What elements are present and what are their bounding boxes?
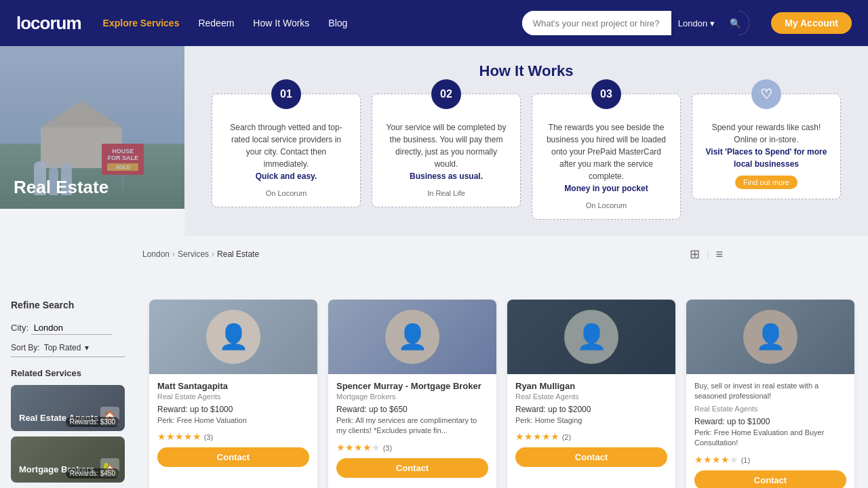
listing-stars-3: ★★★★★ (1) [694,454,846,465]
related-card-mortgage-brokers[interactable]: 🏡 Mortgage Brokers Rewards: $450 [11,436,125,483]
listing-photo-3: 👤 [686,300,854,374]
breadcrumb-bar: London › Services › Real Estate ⊞ | ≡ [0,236,868,286]
listing-perk-0: Perk: Free Home Valuation [157,415,309,426]
related-card-reward-1: Rewards: $300 [66,417,119,427]
listing-perk-1: Perk: All my services are complimentary … [336,415,488,436]
steps-container: 01 Search through vetted and top-rated l… [212,94,841,220]
main-content: Refine Search City: Sort By: Top Rated ▾… [0,286,868,488]
breadcrumb-london[interactable]: London [142,249,170,259]
contact-button-2[interactable]: Contact [515,447,667,467]
breadcrumb-real-estate: Real Estate [217,249,259,259]
listing-perk-3: Perk: Free Home Evaluation and Buyer Con… [694,428,846,449]
nav-how-it-works[interactable]: How It Works [253,18,309,28]
view-toggle: ⊞ | ≡ [687,244,726,264]
listing-photo-1: 👤 [328,300,496,374]
listing-body-3: Buy, sell or invest in real estate with … [686,374,854,488]
sort-label: Sort By: [11,343,40,352]
search-icon: 🔍 [730,18,741,28]
search-bar: London ▾ 🔍 [522,11,749,35]
view-divider: | [707,249,709,259]
city-filter: City: [11,321,125,335]
step-4-circle: ♡ [751,79,781,109]
contact-button-1[interactable]: Contact [336,458,488,478]
listing-category-0: Real Estate Agents [157,392,309,401]
main-nav: Explore Services Redeem How It Works Blo… [103,18,500,28]
nav-redeem[interactable]: Redeem [198,18,234,28]
step-2-highlight: Business as usual. [383,170,509,182]
listing-name-0: Matt Santagapita [157,381,309,391]
listing-name-1: Spencer Murray - Mortgage Broker [336,381,488,391]
logo[interactable]: locorum [16,13,81,34]
nav-blog[interactable]: Blog [328,18,347,28]
step-1-highlight: Quick and easy. [223,170,349,182]
nav-explore-services[interactable]: Explore Services [103,18,180,28]
city-label: City: [11,323,28,333]
step-4-body: Spend your rewards like cash! Online or … [703,121,829,170]
related-card-real-estate-agents[interactable]: 🏠 Real Estate Agents Rewards: $300 [11,385,125,431]
find-out-more-button[interactable]: Find out more [735,176,797,189]
step-2-body: Your service will be completed by the bu… [383,121,509,182]
listing-stars-0: ★★★★★ (3) [157,431,309,442]
listing-perk-2: Perk: Home Staging [515,415,667,426]
related-services-title: Related Services [11,368,125,378]
listing-card-2[interactable]: 👤 Ryan Mulligan Real Estate Agents Rewar… [507,300,675,488]
step-1-card: 01 Search through vetted and top-rated l… [212,94,361,207]
listing-body-1: Spencer Murray - Mortgage Broker Mortgag… [328,374,496,485]
listing-body-0: Matt Santagapita Real Estate Agents Rewa… [149,374,317,474]
sort-value: Top Rated [44,343,81,352]
star-icons-3: ★★★★ [694,454,730,465]
listing-card-1[interactable]: 👤 Spencer Murray - Mortgage Broker Mortg… [328,300,496,488]
breadcrumb: London › Services › Real Estate ⊞ | ≡ [142,244,726,264]
list-view-button[interactable]: ≡ [713,245,726,264]
avatar-3: 👤 [743,310,797,364]
step-2-label: In Real Life [383,189,509,197]
breadcrumb-sep-1: › [172,249,175,259]
step-3-circle: 03 [591,79,621,109]
listing-category-2: Real Estate Agents [515,392,667,401]
listing-reward-3: Reward: up to $1000 [694,417,846,426]
sort-chevron-icon[interactable]: ▾ [85,343,89,352]
search-button[interactable]: 🔍 [722,11,749,35]
listing-card-3[interactable]: 👤 Buy, sell or invest in real estate wit… [686,300,854,488]
avatar-0: 👤 [206,310,260,364]
step-4-card: ♡ Spend your rewards like cash! Online o… [692,94,841,199]
listing-card-0[interactable]: 👤 Matt Santagapita Real Estate Agents Re… [149,300,317,488]
location-select[interactable]: London ▾ [671,11,722,35]
listing-name-2: Ryan Mulligan [515,381,667,391]
star-icons-2: ★★★★★ [515,431,559,442]
listing-category-3: Real Estate Agents [694,405,846,413]
listing-reward-1: Reward: up to $650 [336,405,488,414]
breadcrumb-sep-2: › [212,249,214,259]
contact-button-3[interactable]: Contact [694,470,846,488]
review-count-2: (2) [562,433,571,441]
avatar-1: 👤 [385,310,439,364]
star-icons-0: ★★★★★ [157,431,201,442]
listings-area: 👤 Matt Santagapita Real Estate Agents Re… [136,286,868,488]
listings-grid: 👤 Matt Santagapita Real Estate Agents Re… [149,300,854,488]
listing-stars-2: ★★★★★ (2) [515,431,667,442]
step-4-highlight: Visit 'Places to Spend' for more local b… [703,146,829,170]
listing-body-2: Ryan Mulligan Real Estate Agents Reward:… [507,374,675,474]
review-count-3: (1) [741,456,750,464]
sort-row: Sort By: Top Rated ▾ [11,343,125,357]
city-input[interactable] [31,321,113,335]
review-count-0: (3) [204,433,213,441]
grid-view-button[interactable]: ⊞ [687,244,703,264]
header: locorum Explore Services Redeem How It W… [0,0,868,46]
list-icon: ≡ [715,247,723,261]
step-2-card: 02 Your service will be completed by the… [372,94,521,207]
grid-icon: ⊞ [690,247,700,261]
avatar-2: 👤 [564,310,618,364]
step-2-circle: 02 [431,79,461,109]
step-1-circle: 01 [271,79,301,109]
step-3-highlight: Money in your pocket [543,182,669,195]
my-account-button[interactable]: My Account [771,12,852,34]
contact-button-0[interactable]: Contact [157,447,309,467]
search-input[interactable] [522,11,671,35]
listing-desc-3: Buy, sell or invest in real estate with … [694,381,846,402]
refine-search-title: Refine Search [11,300,125,310]
step-1-label: On Locorum [223,189,349,197]
listing-category-1: Mortgage Brokers [336,392,488,401]
listing-photo-2: 👤 [507,300,675,374]
breadcrumb-services[interactable]: Services [178,249,209,259]
